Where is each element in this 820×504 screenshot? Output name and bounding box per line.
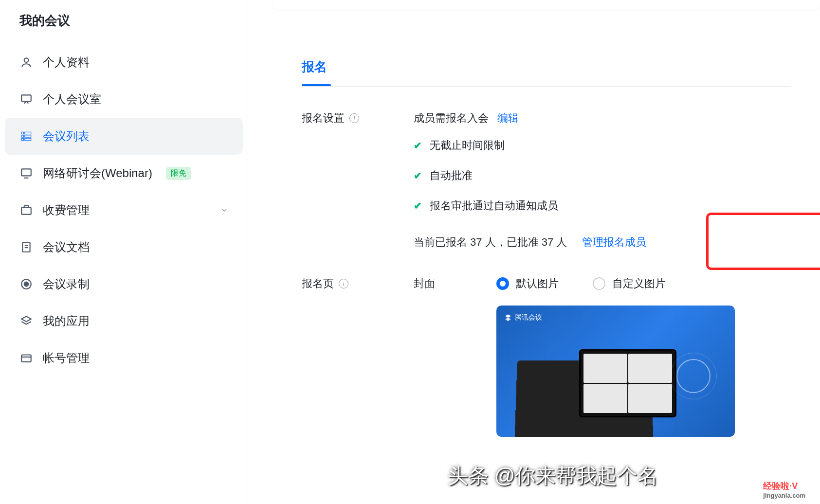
page-label-text: 报名页 xyxy=(302,276,334,291)
chevron-down-icon xyxy=(220,203,228,217)
cover-label: 封面 xyxy=(414,276,496,291)
info-icon[interactable]: i xyxy=(339,279,348,288)
sidebar-item-label: 会议文档 xyxy=(43,239,90,255)
page-row: 报名页 i 封面 默认图片 自定义图片 xyxy=(302,276,791,291)
sidebar-item-meetings[interactable]: 会议列表 xyxy=(5,118,243,155)
svg-rect-5 xyxy=(25,132,31,134)
sidebar-item-label: 帐号管理 xyxy=(43,350,90,366)
check-icon: ✔ xyxy=(414,140,422,151)
sidebar-item-docs[interactable]: 会议文档 xyxy=(0,229,248,266)
check-auto-notify: ✔ 报名审批通过自动通知成员 xyxy=(414,198,791,213)
user-icon xyxy=(19,55,33,69)
radio-checked-icon xyxy=(496,277,509,290)
svg-rect-9 xyxy=(21,208,31,215)
cover-image-preview[interactable]: 腾讯会议 xyxy=(496,306,735,437)
svg-point-0 xyxy=(24,58,29,62)
svg-rect-15 xyxy=(21,355,31,362)
sidebar-item-recording[interactable]: 会议录制 xyxy=(0,266,248,303)
sidebar-item-label: 网络研讨会(Webinar) xyxy=(43,165,152,181)
check-icon: ✔ xyxy=(414,170,422,181)
settings-row: 报名设置 i 成员需报名入会 编辑 xyxy=(302,111,791,126)
document-icon xyxy=(19,240,33,254)
count-row: 当前已报名 37 人，已批准 37 人 管理报名成员 xyxy=(414,235,791,250)
sidebar-item-profile[interactable]: 个人资料 xyxy=(0,44,248,81)
divider xyxy=(302,86,791,87)
radio-label: 自定义图片 xyxy=(612,276,666,291)
presentation-icon xyxy=(19,92,33,106)
settings-label: 报名设置 i xyxy=(302,111,414,126)
svg-rect-7 xyxy=(25,138,31,140)
sidebar-item-label: 个人会议室 xyxy=(43,91,101,107)
radio-label: 默认图片 xyxy=(516,276,559,291)
list-icon xyxy=(19,129,33,143)
annotation-highlight xyxy=(706,213,820,270)
sidebar-item-label: 收费管理 xyxy=(43,202,90,218)
settings-value-group: 成员需报名入会 编辑 xyxy=(414,111,519,126)
sidebar-item-billing[interactable]: 收费管理 xyxy=(0,192,248,229)
svg-rect-4 xyxy=(21,138,23,140)
main-panel: 报名 报名设置 i 成员需报名入会 编辑 ✔ 无截止时间限制 ✔ 自动批准 ✔ … xyxy=(273,34,820,504)
count-text: 当前已报名 37 人，已批准 37 人 xyxy=(414,236,567,248)
edit-link[interactable]: 编辑 xyxy=(497,111,519,126)
cover-tablet-graphic xyxy=(579,349,676,417)
check-label: 无截止时间限制 xyxy=(430,138,505,153)
svg-point-14 xyxy=(24,282,29,287)
free-badge: 限免 xyxy=(166,167,191,180)
sidebar-item-room[interactable]: 个人会议室 xyxy=(0,81,248,118)
sidebar: 我的会议 个人资料 个人会议室 会议列表 网络研讨会(Webinar) 限免 收… xyxy=(0,0,248,504)
monitor-icon xyxy=(19,166,33,180)
check-no-deadline: ✔ 无截止时间限制 xyxy=(414,138,791,153)
layers-icon xyxy=(19,314,33,328)
svg-rect-8 xyxy=(21,169,31,176)
check-auto-approve: ✔ 自动批准 xyxy=(414,168,791,183)
briefcase-icon xyxy=(19,203,33,217)
card-edge xyxy=(273,0,820,10)
settings-value-text: 成员需报名入会 xyxy=(414,111,489,126)
card-icon xyxy=(19,351,33,365)
svg-rect-2 xyxy=(21,132,23,134)
cover-logo-text: 腾讯会议 xyxy=(515,313,542,322)
sidebar-item-label: 会议录制 xyxy=(43,276,90,292)
check-label: 自动批准 xyxy=(430,168,473,183)
record-icon xyxy=(19,277,33,291)
sidebar-title: 我的会议 xyxy=(0,5,248,44)
page-label: 报名页 i xyxy=(302,276,414,291)
sidebar-item-label: 会议列表 xyxy=(43,128,90,144)
manage-members-link[interactable]: 管理报名成员 xyxy=(582,236,646,248)
sidebar-item-account[interactable]: 帐号管理 xyxy=(0,340,248,377)
sidebar-item-label: 我的应用 xyxy=(43,313,90,329)
cover-radio-group: 默认图片 自定义图片 xyxy=(496,276,666,291)
cover-circle-graphic xyxy=(676,359,711,393)
sidebar-item-webinar[interactable]: 网络研讨会(Webinar) 限免 xyxy=(0,155,248,192)
sidebar-item-label: 个人资料 xyxy=(43,54,90,70)
check-icon: ✔ xyxy=(414,200,422,212)
settings-label-text: 报名设置 xyxy=(302,111,345,126)
info-icon[interactable]: i xyxy=(349,113,359,123)
sidebar-item-apps[interactable]: 我的应用 xyxy=(0,303,248,340)
radio-default-image[interactable]: 默认图片 xyxy=(496,276,559,291)
svg-rect-6 xyxy=(25,135,31,137)
radio-unchecked-icon xyxy=(593,277,605,290)
svg-rect-1 xyxy=(21,95,31,101)
section-title: 报名 xyxy=(302,58,327,85)
check-label: 报名审批通过自动通知成员 xyxy=(430,198,558,213)
cover-area: 腾讯会议 xyxy=(414,306,791,437)
cover-logo: 腾讯会议 xyxy=(504,313,542,322)
radio-custom-image[interactable]: 自定义图片 xyxy=(593,276,666,291)
svg-rect-3 xyxy=(21,135,23,137)
